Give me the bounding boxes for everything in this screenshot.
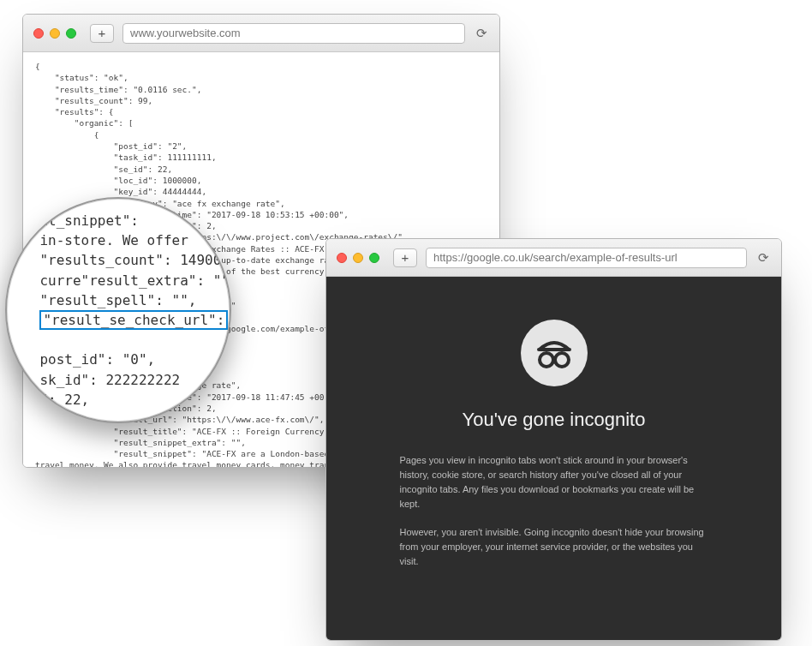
incognito-icon [521,320,588,386]
incognito-browser-window: + https://google.co.uk/search/example-of… [325,238,782,641]
minimize-icon[interactable] [353,253,363,263]
incognito-paragraph-2: However, you aren't invisible. Going inc… [400,525,708,569]
titlebar: + www.yourwebsite.com ⟳ [23,15,499,52]
url-text: www.yourwebsite.com [130,27,241,39]
url-bar[interactable]: https://google.co.uk/search/example-of-r… [426,248,747,268]
new-tab-button[interactable]: + [393,248,417,267]
incognito-heading: You've gone incognito [463,409,646,431]
url-text: https://google.co.uk/search/example-of-r… [433,251,678,264]
reload-icon[interactable]: ⟳ [755,250,771,266]
svg-rect-0 [537,348,571,351]
close-icon[interactable] [33,28,44,39]
new-tab-button[interactable]: + [90,24,114,43]
incognito-body: You've gone incognito Pages you view in … [326,277,781,640]
url-bar[interactable]: www.yourwebsite.com [122,23,465,44]
reload-icon[interactable]: ⟳ [474,26,489,41]
titlebar: + https://google.co.uk/search/example-of… [326,239,781,277]
minimize-icon[interactable] [50,28,60,39]
close-icon[interactable] [337,253,347,263]
svg-point-2 [555,353,569,367]
traffic-lights [337,253,379,263]
zoom-icon[interactable] [66,28,76,39]
svg-point-1 [540,353,553,367]
incognito-paragraph-1: Pages you view in incognito tabs won't s… [400,453,708,511]
zoom-icon[interactable] [369,253,379,263]
traffic-lights [33,28,76,39]
